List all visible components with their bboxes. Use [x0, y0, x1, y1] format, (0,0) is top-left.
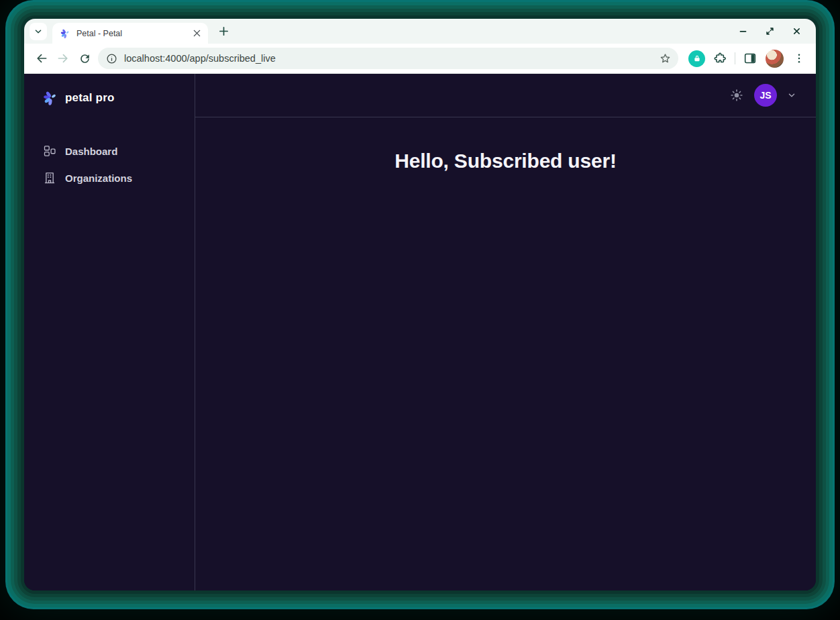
sun-icon: [730, 89, 743, 102]
browser-profile-avatar[interactable]: [766, 50, 784, 68]
logo-text: petal pro: [65, 91, 115, 105]
side-panel-icon: [743, 52, 757, 65]
arrow-right-icon: [56, 52, 70, 65]
address-bar[interactable]: localhost:4000/app/subscribed_live: [98, 48, 678, 69]
chevron-down-icon: [788, 91, 796, 99]
three-dots-icon: [793, 52, 805, 64]
lock-icon: [693, 54, 701, 62]
forward-button[interactable]: [52, 48, 74, 69]
page-content: Hello, Subscribed user!: [195, 117, 816, 590]
tab-title: Petal - Petal: [76, 29, 185, 38]
tab-close-button[interactable]: [191, 28, 203, 40]
bookmark-star-icon[interactable]: [659, 52, 672, 65]
petal-app: petal pro Dashboard: [24, 74, 816, 590]
sidebar: petal pro Dashboard: [24, 74, 195, 590]
sidebar-item-label: Organizations: [65, 172, 132, 184]
url-text[interactable]: localhost:4000/app/subscribed_live: [124, 53, 652, 64]
browser-toolbar: localhost:4000/app/subscribed_live: [24, 44, 816, 74]
app-logo[interactable]: petal pro: [24, 74, 195, 106]
reload-icon: [78, 52, 91, 65]
chevron-down-icon: [34, 28, 42, 36]
minimize-button[interactable]: [738, 27, 747, 36]
theme-toggle-button[interactable]: [730, 89, 743, 102]
reload-button[interactable]: [74, 48, 95, 69]
dashboard-icon: [43, 144, 56, 158]
greeting-heading: Hello, Subscribed user!: [195, 150, 816, 172]
arrow-left-icon: [35, 52, 48, 65]
user-avatar[interactable]: JS: [754, 84, 777, 107]
sidebar-item-organizations[interactable]: Organizations: [24, 165, 195, 191]
user-menu-button[interactable]: [788, 91, 796, 99]
close-window-button[interactable]: [792, 27, 801, 36]
password-extension-button[interactable]: [688, 50, 705, 67]
window-controls: [738, 27, 801, 36]
tab-search-button[interactable]: [30, 23, 47, 40]
side-panel-button[interactable]: [740, 48, 760, 68]
maximize-button[interactable]: [765, 27, 774, 36]
petal-favicon-icon: [60, 28, 71, 39]
puzzle-icon: [713, 52, 727, 65]
plus-icon: [219, 26, 229, 36]
petal-flower-icon: [43, 90, 59, 106]
tab-strip: Petal - Petal: [24, 19, 816, 44]
sidebar-item-label: Dashboard: [65, 146, 117, 157]
building-icon: [43, 171, 56, 185]
browser-menu-button[interactable]: [789, 48, 809, 68]
site-info-icon[interactable]: [106, 53, 117, 64]
sidebar-item-dashboard[interactable]: Dashboard: [24, 138, 195, 164]
sidebar-nav: Dashboard Organizat: [24, 138, 195, 191]
extensions-button[interactable]: [710, 48, 730, 68]
app-header: JS: [195, 74, 816, 117]
back-button[interactable]: [31, 48, 52, 69]
main-area: JS Hello, Subscribed user!: [195, 74, 816, 590]
browser-tab[interactable]: Petal - Petal: [52, 23, 208, 44]
new-tab-button[interactable]: [215, 23, 232, 40]
browser-window: Petal - Petal: [24, 19, 816, 590]
toolbar-divider: [735, 52, 735, 64]
